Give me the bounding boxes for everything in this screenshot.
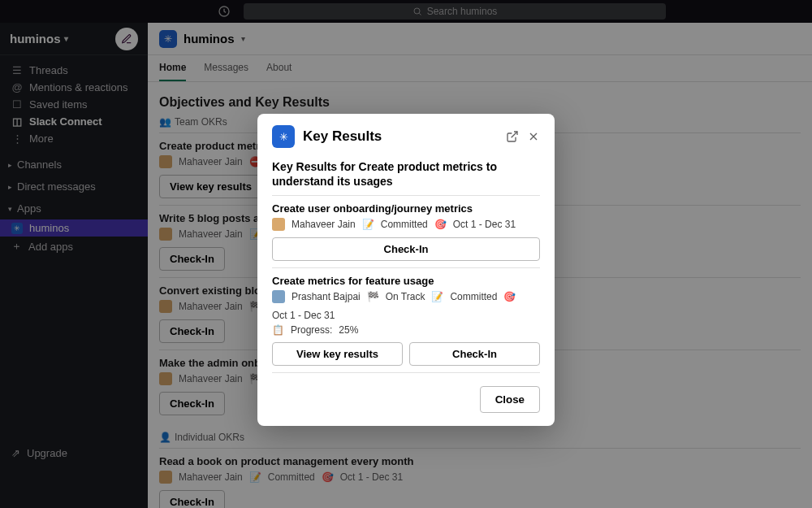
flag-icon: 🏁 <box>367 291 379 302</box>
owner-name: Mahaveer Jain <box>292 219 356 230</box>
modal-overlay[interactable]: ✳ Key Results Key Results for Create pro… <box>0 0 812 508</box>
modal-subtitle: Key Results for Create product metrics t… <box>272 159 540 189</box>
open-external-icon[interactable] <box>506 130 519 143</box>
avatar <box>272 290 285 303</box>
note-icon: 📝 <box>362 219 374 230</box>
progress-value: 25% <box>339 324 358 336</box>
divider <box>272 267 540 268</box>
divider <box>272 372 540 373</box>
view-key-results-button[interactable]: View key results <box>272 342 403 366</box>
progress-icon: 📋 <box>272 324 284 336</box>
key-results-modal: ✳ Key Results Key Results for Create pro… <box>257 114 555 426</box>
target-icon: 🎯 <box>503 291 516 302</box>
kr-title: Create user onboarding/journey metrics <box>272 202 540 215</box>
note-icon: 📝 <box>431 291 443 302</box>
checkin-button[interactable]: Check-In <box>272 237 540 261</box>
target-icon: 🎯 <box>434 219 447 230</box>
close-icon[interactable] <box>527 130 540 143</box>
app-logo: ✳ <box>272 125 295 148</box>
divider <box>272 195 540 196</box>
close-button[interactable]: Close <box>480 386 540 413</box>
progress-label: Progress: <box>291 324 332 336</box>
modal-title: Key Results <box>303 128 498 145</box>
owner-name: Prashant Bajpai <box>292 291 361 302</box>
date-range: Oct 1 - Dec 31 <box>272 310 335 321</box>
checkin-button[interactable]: Check-In <box>409 342 540 366</box>
status-label: On Track <box>386 291 425 302</box>
date-range: Oct 1 - Dec 31 <box>453 219 516 230</box>
status-label: Committed <box>381 219 428 230</box>
kr-title: Create metrics for feature usage <box>272 275 540 287</box>
avatar <box>272 218 285 231</box>
status-label: Committed <box>450 291 497 302</box>
